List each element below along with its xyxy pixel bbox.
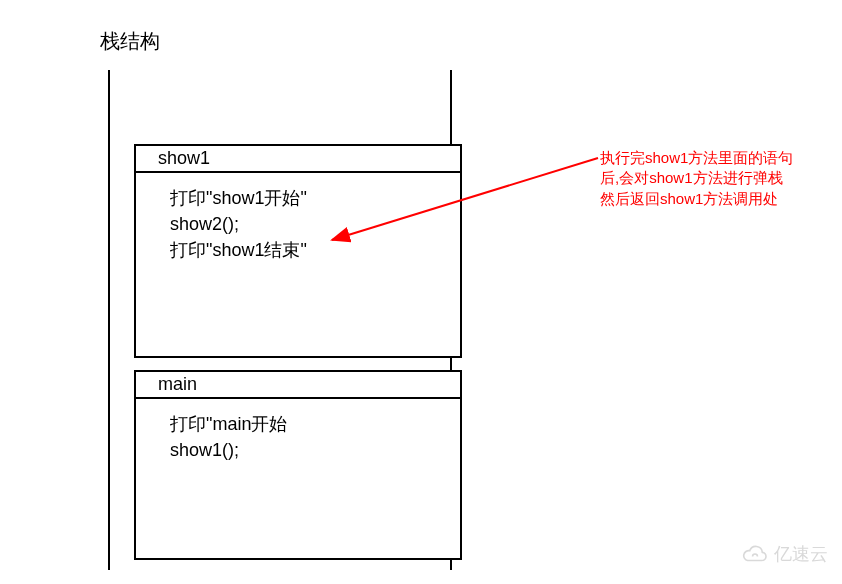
annotation-line: 然后返回show1方法调用处 [600,189,820,209]
watermark-text: 亿速云 [774,542,828,566]
watermark: 亿速云 [742,542,828,566]
frame-body: 打印"show1开始" show2(); 打印"show1结束" [136,173,460,263]
annotation-text: 执行完show1方法里面的语句 后,会对show1方法进行弹栈 然后返回show… [600,148,820,209]
code-line: show2(); [170,211,460,237]
code-line: 打印"show1结束" [170,237,460,263]
code-line: 打印"show1开始" [170,185,460,211]
frame-header: main [136,372,460,399]
frame-body: 打印"main开始 show1(); [136,399,460,463]
code-line: 打印"main开始 [170,411,460,437]
code-line: show1(); [170,437,460,463]
annotation-line: 后,会对show1方法进行弹栈 [600,168,820,188]
annotation-line: 执行完show1方法里面的语句 [600,148,820,168]
frame-header: show1 [136,146,460,173]
stack-frame-show1: show1 打印"show1开始" show2(); 打印"show1结束" [134,144,462,358]
stack-frame-main: main 打印"main开始 show1(); [134,370,462,560]
cloud-icon [742,544,768,564]
stack-container: show1 打印"show1开始" show2(); 打印"show1结束" m… [108,70,452,570]
diagram-title: 栈结构 [100,28,160,55]
